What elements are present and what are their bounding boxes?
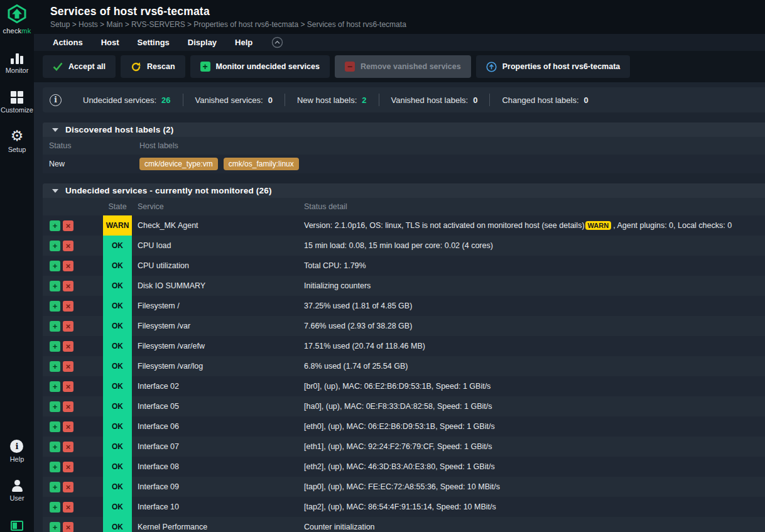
monitor-service-button[interactable]: + [50, 381, 60, 392]
service-name: Filesystem / [132, 301, 304, 310]
monitor-service-button[interactable]: + [50, 482, 60, 492]
ignore-service-button[interactable]: × [63, 502, 73, 513]
sidebar-item-sidebar-toggle[interactable]: Sidebar [5, 516, 29, 532]
monitor-service-button[interactable]: + [50, 401, 60, 412]
service-row: + × WARN Check_MK Agent Version: 2.1.0p1… [43, 215, 765, 236]
collapse-menubar-button[interactable] [271, 36, 283, 48]
menubar: Actions Host Settings Display Help [34, 34, 765, 51]
ignore-service-button[interactable]: × [63, 462, 73, 472]
menu-actions[interactable]: Actions [53, 38, 83, 47]
monitor-service-button[interactable]: + [50, 442, 60, 452]
ignore-service-button[interactable]: × [63, 442, 73, 452]
row-controls: + × [43, 321, 103, 332]
service-name: CPU load [132, 241, 304, 250]
monitor-service-button[interactable]: + [50, 301, 60, 312]
accept-all-button[interactable]: Accept all [43, 55, 116, 78]
warn-chip: WARN [585, 221, 612, 230]
status-detail: 7.66% used (2.93 of 38.28 GB) [304, 322, 765, 330]
ignore-service-button[interactable]: × [63, 281, 73, 291]
minus-square-icon: − [345, 62, 355, 72]
service-name: Interface 10 [132, 502, 304, 511]
action-buttons-bar: Accept all Rescan + Monitor undecided se… [34, 51, 765, 82]
ignore-service-button[interactable]: × [63, 321, 73, 332]
host-labels-table-header: Status Host labels [43, 137, 765, 155]
state-badge: OK [103, 517, 132, 532]
ignore-service-button[interactable]: × [63, 341, 73, 352]
user-icon [9, 477, 24, 492]
row-controls: + × [43, 341, 103, 352]
row-controls: + × [43, 281, 103, 291]
ignore-service-button[interactable]: × [63, 241, 73, 251]
host-labels-section-header[interactable]: Discovered host labels (2) [43, 122, 765, 137]
status-detail: Total CPU: 1.79% [304, 261, 765, 270]
status-detail: Initializing counters [304, 281, 765, 290]
sidebar-item-setup[interactable]: ⚙ Setup [8, 128, 26, 153]
menu-help[interactable]: Help [235, 38, 252, 47]
row-controls: + × [43, 361, 103, 372]
host-label-chip: cmk/device_type:vm [139, 158, 218, 170]
sidebar-item-help[interactable]: i Help [10, 438, 24, 463]
status-detail: [tap2], (up), MAC: 86:54:4F:91:15:14, Sp… [304, 502, 765, 511]
monitor-service-button[interactable]: + [50, 522, 60, 532]
rescan-button[interactable]: Rescan [121, 55, 185, 78]
service-row: + × OK Kernel Performance Counter initia… [43, 517, 765, 532]
monitor-service-button[interactable]: + [50, 361, 60, 372]
remove-vanished-services-button[interactable]: − Remove vanished services [335, 55, 471, 78]
breadcrumb[interactable]: Setup > Hosts > Main > RVS-SERVERS > Pro… [50, 20, 765, 29]
summary-separator [183, 94, 183, 106]
state-badge: OK [103, 396, 132, 416]
monitor-service-button[interactable]: + [50, 502, 60, 513]
checkmk-logo[interactable]: checkmk [3, 4, 31, 35]
service-name: Filesystem /var/efw [132, 342, 304, 350]
sidebar-item-user[interactable]: User [9, 477, 24, 502]
state-badge: OK [103, 316, 132, 336]
summary-separator [379, 94, 379, 106]
undecided-services-section-header[interactable]: Undecided services - currently not monit… [43, 183, 765, 198]
state-badge: OK [103, 356, 132, 376]
service-row: + × OK Disk IO SUMMARY Initializing coun… [43, 276, 765, 296]
collapse-triangle-icon [52, 128, 58, 132]
ignore-service-button[interactable]: × [63, 261, 73, 271]
summary-undecided-services: Undecided services:26 [83, 95, 171, 105]
ignore-service-button[interactable]: × [63, 482, 73, 492]
ignore-service-button[interactable]: × [63, 401, 73, 412]
menu-settings[interactable]: Settings [138, 38, 170, 47]
menu-host[interactable]: Host [101, 38, 119, 47]
monitor-service-button[interactable]: + [50, 281, 60, 291]
service-name: Interface 08 [132, 462, 304, 471]
services-table-header: State Service Status detail [43, 198, 765, 215]
monitor-service-button[interactable]: + [50, 261, 60, 271]
sidebar-item-customize[interactable]: Customize [1, 89, 33, 114]
ignore-service-button[interactable]: × [63, 220, 73, 231]
page-content: i Undecided services:26 Vanished service… [34, 82, 765, 532]
state-badge: OK [103, 497, 132, 517]
gear-icon: ⚙ [8, 128, 26, 143]
monitor-service-button[interactable]: + [50, 462, 60, 472]
monitor-service-button[interactable]: + [50, 241, 60, 251]
monitor-service-button[interactable]: + [50, 321, 60, 332]
host-label-chip: cmk/os_family:linux [224, 158, 299, 170]
service-name: Kernel Performance [132, 523, 304, 531]
menu-display[interactable]: Display [188, 38, 217, 47]
summary-vanished-services: Vanished services:0 [195, 95, 273, 105]
service-name: Interface 02 [132, 382, 304, 391]
ignore-service-button[interactable]: × [63, 301, 73, 312]
ignore-service-button[interactable]: × [63, 361, 73, 372]
properties-of-host-button[interactable]: Properties of host rvs6-tecmata [476, 55, 631, 78]
label-status: New [43, 160, 139, 168]
monitor-service-button[interactable]: + [50, 341, 60, 352]
main-area: Services of host rvs6-tecmata Setup > Ho… [34, 0, 765, 532]
state-badge: OK [103, 376, 132, 396]
status-detail: [br0], (up), MAC: 06:E2:B6:D9:53:1B, Spe… [304, 382, 765, 391]
row-controls: + × [43, 381, 103, 392]
ignore-service-button[interactable]: × [63, 522, 73, 532]
monitor-service-button[interactable]: + [50, 421, 60, 432]
sidebar-item-monitor[interactable]: Monitor [6, 49, 29, 74]
row-controls: + × [43, 421, 103, 432]
state-badge: OK [103, 437, 132, 457]
service-row: + × OK CPU utilization Total CPU: 1.79% [43, 256, 765, 276]
monitor-undecided-services-button[interactable]: + Monitor undecided services [190, 55, 330, 78]
monitor-service-button[interactable]: + [50, 220, 60, 231]
ignore-service-button[interactable]: × [63, 381, 73, 392]
ignore-service-button[interactable]: × [63, 421, 73, 432]
